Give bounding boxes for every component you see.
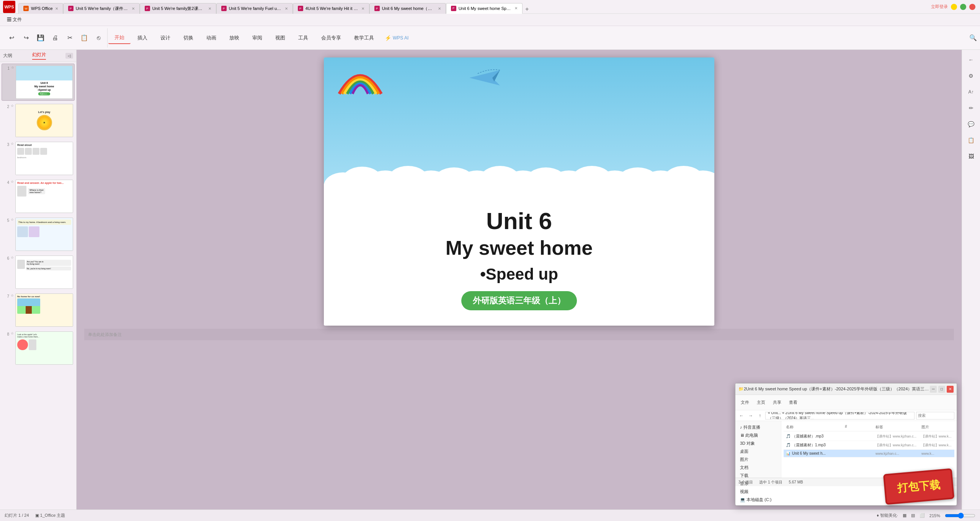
download-stamp[interactable]: 打包下载 (883, 468, 954, 505)
fe-tab-主页[interactable]: 主页 (754, 398, 768, 407)
notes-bar[interactable]: 单击此处添加备注 (84, 329, 954, 340)
maximize-btn[interactable] (960, 4, 966, 10)
right-panel-btn-1[interactable]: ← (964, 53, 978, 67)
fe-forward-btn[interactable]: → (747, 412, 755, 419)
fe-sidebar-💻-本地磁盘-(C:)[interactable]: 💻 本地磁盘 (C:) (738, 496, 779, 504)
fe-sidebar--图片[interactable]: 图片 (738, 455, 779, 464)
fe-minimize-btn[interactable]: ─ (930, 386, 937, 393)
toolbar-tab-放映[interactable]: 放映 (223, 32, 245, 44)
fe-breadcrumb[interactable]: « Unit... « 2Unit 6 My sweet home Speed … (765, 412, 915, 419)
tab-close-t1[interactable]: ✕ (55, 7, 58, 11)
tab-t2[interactable]: PUnit 5 We're family（课件+素材）✕ (63, 3, 140, 14)
fe-file-row-（震撼素材）.mp3[interactable]: 🎵（震撼素材）.mp3 【课件站】www.kjzhan.c... 【课件站】ww… (784, 432, 954, 441)
slide-item-8[interactable]: 8☆ Look at the apple! Let'smake a new ho… (2, 330, 75, 366)
panel-outline-tab[interactable]: 大纲 (3, 52, 12, 59)
slide-item-4[interactable]: 4☆ Read and answer. An apple for two... … (2, 178, 75, 215)
slide-canvas[interactable]: Unit 6 My sweet home •Speed up 外研版英语三年级（… (324, 57, 714, 326)
toolbar-tab-工具[interactable]: 工具 (292, 32, 314, 44)
quick-btn-6[interactable]: ⎋ (92, 31, 106, 45)
zoom-slider[interactable] (945, 513, 975, 519)
toolbar-tab-审阅[interactable]: 审阅 (246, 32, 268, 44)
toolbar-tab-会员专享[interactable]: 会员专享 (315, 32, 347, 44)
fe-sidebar--3D-对象[interactable]: 3D 对象 (738, 439, 779, 447)
tab-t1[interactable]: WWPS Office✕ (18, 3, 63, 14)
quick-icon-2: 💾 (37, 34, 44, 41)
menu-file[interactable]: ☰ 文件 (3, 15, 26, 25)
slide-number-3: 3 (3, 143, 9, 147)
slide-item-3[interactable]: 3☆ Read aloud bedroom (2, 140, 75, 177)
minimize-btn[interactable] (951, 4, 957, 10)
wps-logo-icon[interactable]: WPS (3, 1, 15, 13)
quick-btn-5[interactable]: 📋 (77, 31, 91, 45)
register-btn[interactable]: 立即登录 (931, 4, 948, 10)
right-panel-btn-7[interactable]: 🖼 (964, 149, 978, 163)
tab-close-t7[interactable]: ✕ (514, 6, 518, 10)
fe-file-row-Unit-6-My-sweet-h...[interactable]: 📊Unit 6 My sweet h... www.kjzhan.c... ww… (784, 450, 954, 457)
toolbar-tab-动画[interactable]: 动画 (200, 32, 222, 44)
tab-close-t3[interactable]: ✕ (208, 7, 211, 11)
toolbar-search[interactable]: 🔍 (969, 34, 977, 41)
quick-btn-4[interactable]: ✂ (63, 31, 77, 45)
tab-t5[interactable]: P4Unit 5 We're family Hit it big&W✕ (293, 3, 369, 14)
toolbar-tab-视图[interactable]: 视图 (269, 32, 291, 44)
fe-tab-共享[interactable]: 共享 (770, 398, 784, 407)
tab-t4[interactable]: PUnit 5 We're family Fuel up（课件✕ (216, 3, 293, 14)
panel-collapse-btn[interactable]: ◁ (65, 53, 73, 59)
quick-btn-0[interactable]: ↩ (5, 31, 18, 45)
right-panel-btn-3[interactable]: A↑ (964, 85, 978, 99)
slide-item-7[interactable]: 7☆ No home for us now! (2, 292, 75, 328)
wps-ai-btn[interactable]: ⚡WPS AI (381, 33, 412, 43)
fe-back-btn[interactable]: ← (738, 412, 745, 419)
fe-search-input[interactable] (916, 412, 954, 419)
fe-file-row-（震撼素材）1.mp3[interactable]: 🎵（震撼素材）1.mp3 【课件站】www.kjzhan.c... 【课件站】w… (784, 441, 954, 450)
fe-sidebar--桌面[interactable]: 桌面 (738, 447, 779, 455)
fe-file-name: 🎵（震撼素材）.mp3 (786, 434, 845, 439)
fe-close-btn[interactable]: ✕ (947, 386, 954, 393)
right-panel-btn-6[interactable]: 📋 (964, 133, 978, 147)
fe-breadcrumb-text: « Unit... « 2Unit 6 My sweet home Speed … (768, 412, 912, 419)
fe-up-btn[interactable]: ↑ (756, 412, 764, 419)
add-tab-btn[interactable]: + (523, 5, 532, 14)
slide-item-1[interactable]: 1☆ Unit 6My sweet home•Speed up 鸣谢xx.c..… (2, 64, 75, 101)
quick-btn-1[interactable]: ↪ (19, 31, 33, 45)
fe-sidebar--视频[interactable]: 视频 (738, 488, 779, 496)
fe-sidebar--下载[interactable]: 下载 (738, 472, 779, 480)
tab-close-t2[interactable]: ✕ (132, 7, 135, 11)
fe-nav-bar: ← → ↑ « Unit... « 2Unit 6 My sweet home … (735, 410, 957, 421)
fe-tab-查看[interactable]: 查看 (786, 398, 800, 407)
fe-tab-文件[interactable]: 文件 (738, 398, 752, 407)
quick-btn-2[interactable]: 💾 (34, 31, 47, 45)
view-normal[interactable]: ▦ (903, 513, 906, 518)
panel-slides-tab[interactable]: 幻灯片 (32, 52, 46, 60)
fe-sidebar--文档[interactable]: 文档 (738, 464, 779, 472)
slide-item-6[interactable]: 6☆ Are you? You are inmy living room! No… (2, 254, 75, 290)
tab-t3[interactable]: PUnit 5 We're family第2课时 Speed✕ (140, 3, 216, 14)
toolbar-tab-开始[interactable]: 开始 (108, 32, 131, 44)
toolbar-tab-教学工具[interactable]: 教学工具 (348, 32, 380, 44)
fe-sidebar-♪-抖音直播[interactable]: ♪ 抖音直播 (738, 423, 779, 431)
quick-btn-3[interactable]: 🖨 (48, 31, 62, 45)
slide-item-2[interactable]: 2☆ Let's play ☀ (2, 102, 75, 139)
right-panel-btn-2[interactable]: ⚙ (964, 69, 978, 83)
fe-sidebar-🖥-此电脑[interactable]: 🖥 此电脑 (738, 431, 779, 439)
tab-label-t3: Unit 5 We're family第2课时 Speed (152, 6, 206, 11)
toolbar-tab-切换[interactable]: 切换 (177, 32, 199, 44)
view-slide[interactable]: ⬜ (920, 513, 925, 518)
slide-item-5[interactable]: 5☆ This is my home. A bedroom and a livi… (2, 216, 75, 252)
tab-icon-t3: P (145, 6, 150, 11)
tab-close-t5[interactable]: ✕ (361, 7, 364, 11)
toolbar-tab-设计[interactable]: 设计 (154, 32, 176, 44)
tab-t7[interactable]: PUnit 6 My sweet home Spe...✕ (446, 3, 523, 14)
view-outline[interactable]: ▤ (911, 513, 915, 518)
right-panel-btn-5[interactable]: 💬 (964, 117, 978, 131)
tab-close-t4[interactable]: ✕ (285, 7, 288, 11)
toolbar-tab-插入[interactable]: 插入 (131, 32, 154, 44)
slide-icons-6: ☆ (11, 256, 14, 259)
tab-t6[interactable]: PUnit 6 My sweet home（课件+素）✕ (369, 3, 446, 14)
intelligence-btn[interactable]: ♦ 智能美化· (877, 513, 898, 518)
close-btn[interactable] (969, 4, 975, 10)
fe-maximize-btn[interactable]: □ (938, 386, 945, 393)
tab-close-t6[interactable]: ✕ (438, 7, 441, 11)
fe-sidebar-💻-工作室-(D:)[interactable]: 💻 工作室 (D:) (738, 504, 779, 506)
right-panel-btn-4[interactable]: ✏ (964, 101, 978, 115)
